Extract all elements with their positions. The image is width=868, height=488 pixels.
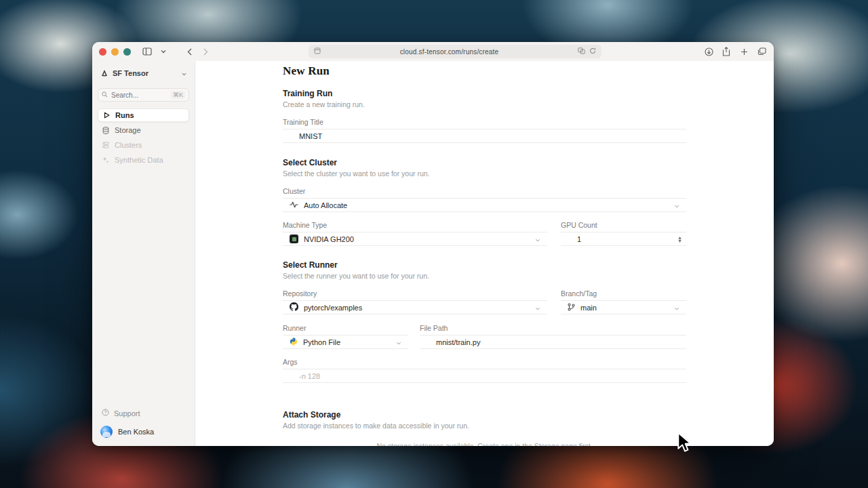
play-icon [102,112,111,119]
sidebar: SF Tensor ⌘K Runs [92,61,195,446]
search-icon [102,91,108,99]
activity-icon [290,201,298,209]
main-content: New Run Training Run Create a new traini… [195,61,774,446]
args-input[interactable] [299,372,686,380]
address-bar[interactable]: cloud.sf-tensor.com/runs/create [309,45,601,58]
workspace-name: SF Tensor [113,69,149,77]
traffic-lights [99,48,131,56]
share-icon[interactable] [721,46,732,57]
workspace-switcher[interactable]: SF Tensor [98,66,189,80]
cluster-select[interactable]: Auto Allocate [283,198,686,212]
search-input[interactable] [111,92,167,99]
browser-window: cloud.sf-tensor.com/runs/create [92,42,774,446]
training-title-input[interactable] [299,132,686,140]
avatar [100,426,113,438]
file-path-input[interactable] [436,338,686,346]
storage-empty-state: No storage instances available. Create o… [283,442,686,446]
branch-tag-label: Branch/Tag [561,289,686,298]
repository-select[interactable]: pytorch/examples [283,300,547,314]
github-icon [290,302,298,312]
close-window-button[interactable] [99,48,106,56]
chevron-down-icon [535,304,547,312]
section-subtitle-select-cluster: Select the cluster you want to use for y… [283,169,686,178]
section-title-select-runner: Select Runner [283,260,686,270]
sidebar-item-label: Clusters [115,141,142,149]
cluster-value: Auto Allocate [304,201,347,209]
sidebar-item-label: Storage [115,126,141,134]
training-title-label: Training Title [283,118,686,126]
section-subtitle-select-runner: Select the runner you want to use for yo… [283,272,686,280]
section-title-attach-storage: Attach Storage [283,410,686,420]
gpu-count-label: GPU Count [561,221,686,229]
machine-type-value: NVIDIA GH200 [304,235,354,243]
branch-tag-value: main [580,304,597,312]
runner-value: Python File [303,338,340,346]
browser-toolbar: cloud.sf-tensor.com/runs/create [92,42,774,61]
sidebar-item-storage[interactable]: Storage [98,123,189,137]
stepper-arrows-icon[interactable]: ▲▼ [677,236,686,243]
sidebar-item-runs[interactable]: Runs [98,108,189,122]
sidebar-item-label: Synthetic Data [115,156,163,164]
python-icon [290,338,298,347]
gpu-count-input[interactable] [577,235,604,243]
machine-type-select[interactable]: NVIDIA GH200 [283,232,547,246]
section-subtitle-training-run: Create a new training run. [283,100,686,108]
runner-select[interactable]: Python File [283,335,408,349]
sidebar-item-label: Runs [115,111,134,119]
sidebar-chevron-down-icon[interactable] [158,46,169,57]
chevron-down-icon [674,201,686,209]
server-icon [102,142,110,148]
cluster-label: Cluster [283,187,686,195]
chevron-down-icon [396,338,408,346]
tab-overview-icon[interactable] [756,46,767,57]
new-tab-icon[interactable] [738,46,749,57]
user-name: Ben Koska [118,428,154,436]
downloads-icon[interactable] [703,46,714,57]
mouse-cursor [676,432,694,455]
user-menu[interactable]: Ben Koska [98,420,189,439]
sidebar-item-clusters: Clusters [98,138,189,152]
repository-value: pytorch/examples [304,304,362,312]
workspace-chevron-down-icon [182,69,186,77]
sidebar-item-synthetic-data: Synthetic Data [98,153,189,167]
sidebar-toggle-icon[interactable] [142,46,153,57]
database-icon [102,127,110,134]
back-button[interactable] [184,46,195,57]
page-settings-icon[interactable] [314,47,321,56]
branch-tag-select[interactable]: main [561,300,686,314]
page-title: New Run [283,64,686,78]
forward-button [200,46,211,57]
search-shortcut: ⌘K [171,91,185,99]
repository-label: Repository [283,289,547,298]
search-box[interactable]: ⌘K [98,88,189,102]
sidebar-item-support[interactable]: Support [98,406,189,420]
git-branch-icon [568,303,575,312]
sf-tensor-logo-icon [100,69,108,77]
section-title-training-run: Training Run [283,89,686,98]
minimize-window-button[interactable] [111,48,119,56]
url-text: cloud.sf-tensor.com/runs/create [325,48,574,56]
chevron-down-icon [674,304,686,312]
chevron-down-icon [535,235,547,243]
translate-icon[interactable] [578,47,585,56]
runner-label: Runner [283,324,408,332]
section-subtitle-attach-storage: Add storage instances to make data acces… [283,422,686,430]
gpu-chip-icon [290,235,298,243]
file-path-label: File Path [420,324,686,332]
reload-icon[interactable] [589,47,596,56]
section-title-select-cluster: Select Cluster [283,158,686,167]
support-label: Support [114,409,140,418]
machine-type-label: Machine Type [283,221,547,229]
args-label: Args [283,358,686,366]
gpu-count-stepper[interactable]: ▲▼ [561,232,686,246]
zoom-window-button[interactable] [123,48,131,56]
sparkles-icon [102,157,110,163]
help-circle-icon [102,409,109,418]
